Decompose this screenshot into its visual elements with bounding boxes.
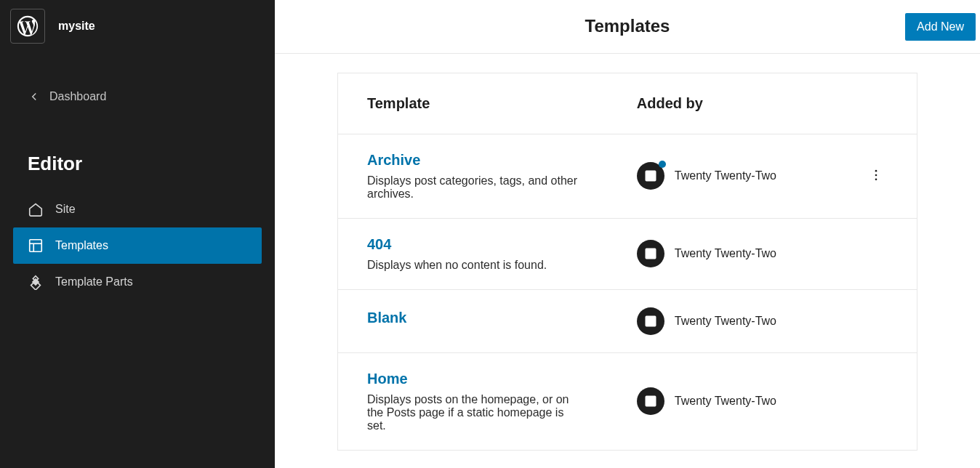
template-cell: HomeDisplays posts on the homepage, or o…	[338, 352, 608, 450]
added-by-cell: Twenty Twenty-Two	[608, 352, 835, 450]
more-actions-button[interactable]	[864, 164, 888, 189]
template-cell: 404Displays when no content is found.	[338, 218, 608, 289]
nav-item-site[interactable]: Site	[13, 191, 262, 227]
theme-layout-icon	[637, 240, 664, 267]
template-link[interactable]: Home	[367, 371, 408, 387]
actions-cell	[835, 352, 917, 450]
theme-name: Twenty Twenty-Two	[675, 247, 776, 260]
sidebar: mysite Dashboard Editor Site Templates T…	[0, 0, 275, 468]
table-row: BlankTwenty Twenty-Two	[338, 289, 917, 352]
table-row: HomeDisplays posts on the homepage, or o…	[338, 352, 917, 450]
home-icon	[28, 201, 44, 217]
sidebar-header: mysite	[0, 0, 275, 52]
actions-cell	[835, 218, 917, 289]
table-row: 404Displays when no content is found.Twe…	[338, 218, 917, 289]
svg-point-7	[875, 170, 877, 172]
nav-item-templates[interactable]: Templates	[13, 227, 262, 264]
nav-list: Site Templates Template Parts	[0, 181, 275, 300]
svg-rect-4	[646, 172, 655, 181]
added-by-cell: Twenty Twenty-Two	[608, 218, 835, 289]
add-new-button[interactable]: Add New	[905, 13, 976, 41]
template-description: Displays post categories, tags, and othe…	[367, 174, 579, 201]
template-description: Displays posts on the homepage, or on th…	[367, 393, 579, 432]
symbol-icon	[28, 274, 44, 290]
template-cell: ArchiveDisplays post categories, tags, a…	[338, 134, 608, 218]
nav-item-label: Template Parts	[55, 275, 133, 289]
template-link[interactable]: Blank	[367, 310, 406, 326]
nav-item-label: Site	[55, 203, 76, 216]
actions-cell	[835, 289, 917, 352]
svg-rect-10	[646, 249, 655, 259]
actions-cell	[835, 134, 917, 218]
main-content: Templates Add New Template Added by Arch…	[275, 0, 980, 468]
back-to-dashboard-link[interactable]: Dashboard	[0, 80, 275, 113]
wordpress-logo-icon[interactable]	[10, 9, 45, 44]
svg-point-9	[875, 178, 877, 180]
added-by-cell: Twenty Twenty-Two	[608, 134, 835, 218]
chevron-left-icon	[28, 90, 41, 103]
svg-rect-13	[646, 316, 655, 326]
nav-item-template-parts[interactable]: Template Parts	[13, 264, 262, 300]
theme-name: Twenty Twenty-Two	[675, 169, 776, 182]
theme-layout-icon	[637, 162, 664, 190]
col-header-actions	[835, 73, 917, 134]
template-cell: Blank	[338, 289, 608, 352]
layout-icon	[28, 238, 44, 254]
templates-table-container: Template Added by ArchiveDisplays post c…	[275, 54, 980, 468]
site-name: mysite	[58, 20, 95, 33]
main-header: Templates Add New	[275, 0, 980, 54]
back-label: Dashboard	[49, 90, 106, 103]
theme-name: Twenty Twenty-Two	[675, 315, 776, 328]
col-header-template: Template	[338, 73, 608, 134]
col-header-added-by: Added by	[608, 73, 835, 134]
theme-layout-icon	[637, 307, 664, 335]
svg-rect-16	[646, 397, 655, 406]
template-link[interactable]: Archive	[367, 152, 420, 169]
editor-heading: Editor	[0, 141, 275, 181]
theme-name: Twenty Twenty-Two	[675, 395, 776, 408]
added-by-cell: Twenty Twenty-Two	[608, 289, 835, 352]
template-link[interactable]: 404	[367, 236, 391, 253]
template-description: Displays when no content is found.	[367, 259, 579, 272]
page-title: Templates	[585, 16, 670, 36]
svg-rect-0	[30, 240, 42, 252]
templates-table: Template Added by ArchiveDisplays post c…	[337, 73, 917, 451]
nav-item-label: Templates	[55, 239, 108, 252]
svg-point-8	[875, 174, 877, 176]
table-row: ArchiveDisplays post categories, tags, a…	[338, 134, 917, 218]
more-vertical-icon	[869, 168, 883, 182]
theme-layout-icon	[637, 387, 664, 415]
